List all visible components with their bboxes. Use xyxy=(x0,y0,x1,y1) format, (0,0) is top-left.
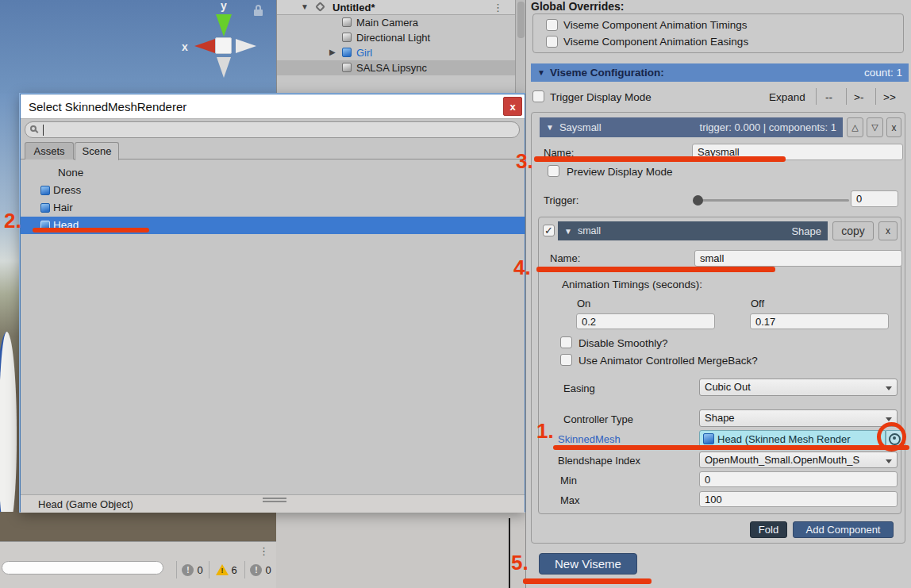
skinnedmesh-value: Head (Skinned Mesh Render xyxy=(717,433,851,445)
viseme-move-down-button[interactable]: ▽ xyxy=(867,117,883,137)
hierarchy-row-salsa-lipsync[interactable]: SALSA Lipsync xyxy=(277,60,515,75)
picker-title-bar[interactable]: Select SkinnedMeshRenderer x xyxy=(21,94,525,119)
hierarchy-item-label[interactable]: Main Camera xyxy=(356,17,418,29)
expand-arrow-icon[interactable]: ▶ xyxy=(329,48,336,56)
gizmo-x-axis-icon[interactable] xyxy=(194,39,215,53)
hierarchy-row-main-camera[interactable]: Main Camera xyxy=(277,15,515,30)
list-item-label: Dress xyxy=(53,184,81,196)
tab-scene[interactable]: Scene xyxy=(75,142,119,160)
trigger-slider-track[interactable] xyxy=(698,199,849,202)
gameobject-icon xyxy=(342,33,352,42)
hierarchy-row-girl[interactable]: ▶ Girl xyxy=(277,45,515,60)
hierarchy-item-label[interactable]: SALSA Lipsync xyxy=(356,62,427,74)
mesh-icon xyxy=(40,203,50,213)
max-field[interactable]: 100 xyxy=(699,491,898,507)
disable-smoothly-checkbox[interactable] xyxy=(560,336,572,348)
tab-assets[interactable]: Assets xyxy=(25,142,74,159)
prefab-icon xyxy=(342,48,352,57)
foldout-arrow-icon[interactable]: ▼ xyxy=(537,68,545,77)
game-view-strip xyxy=(0,512,276,541)
skinned-mesh-icon xyxy=(703,433,714,444)
gizmo-center-cube[interactable] xyxy=(215,37,232,54)
trigger-display-checkbox[interactable] xyxy=(532,90,544,102)
hierarchy-item-label[interactable]: Girl xyxy=(356,47,372,59)
shape-header-bar[interactable]: ▼ small Shape xyxy=(558,221,828,240)
console-warning-toggle[interactable]: ! 6 xyxy=(209,561,244,578)
gizmo-y-axis-icon[interactable] xyxy=(216,14,232,37)
foldout-arrow-icon[interactable]: ▼ xyxy=(301,2,309,11)
easings-checkbox[interactable] xyxy=(546,36,558,48)
off-time-field[interactable]: 0.17 xyxy=(750,313,889,329)
shape-delete-button[interactable]: x xyxy=(878,221,898,240)
collapse-all-button[interactable]: -- xyxy=(825,91,832,103)
on-time-field[interactable]: 0.2 xyxy=(576,313,715,329)
foldout-arrow-icon[interactable]: ▼ xyxy=(546,123,554,132)
min-field[interactable]: 0 xyxy=(699,471,898,487)
picker-search-field[interactable] xyxy=(25,121,520,138)
viseme-meta: trigger: 0.000 | components: 1 xyxy=(700,121,836,133)
game-character-silhouette xyxy=(0,332,17,512)
shape-enabled-checkbox[interactable]: ✓ xyxy=(543,225,555,236)
timings-checkbox-label: Viseme Component Animation Timings xyxy=(563,19,748,31)
mergeback-label: Use Animator Controlled MergeBack? xyxy=(579,355,758,367)
gameobject-icon xyxy=(342,17,352,27)
add-component-button[interactable]: Add Component xyxy=(793,521,894,538)
annotation-1-underline xyxy=(553,445,909,450)
resize-handle[interactable] xyxy=(263,498,286,502)
tab-scene-label: Scene xyxy=(83,145,112,157)
disable-smoothly-label: Disable Smoothly? xyxy=(579,337,668,349)
expand-all-button[interactable]: >> xyxy=(883,91,896,103)
trigger-value-field[interactable]: 0 xyxy=(851,190,898,207)
scene-name[interactable]: Untitled* xyxy=(332,2,375,13)
hierarchy-root-row[interactable]: ▼ Untitled* ⋮ xyxy=(277,0,515,15)
lock-icon[interactable] xyxy=(253,5,263,16)
mergeback-checkbox[interactable] xyxy=(560,354,572,366)
trigger-slider-knob[interactable] xyxy=(693,195,703,206)
shape-copy-button[interactable]: copy xyxy=(832,221,874,240)
gizmo-right-axis-icon[interactable] xyxy=(236,39,256,53)
hierarchy-menu-icon[interactable]: ⋮ xyxy=(493,2,503,13)
hierarchy-scrollbar[interactable] xyxy=(515,0,526,94)
console-menu-icon[interactable]: ⋮ xyxy=(259,545,269,557)
shape-name-label: Name: xyxy=(550,252,580,264)
off-label: Off xyxy=(751,298,764,309)
viseme-trigger-label: Trigger: xyxy=(544,194,579,206)
blendshape-index-dropdown[interactable]: OpenMouth_Small.OpenMouth_S xyxy=(699,452,898,468)
console-message-toggle[interactable]: ! 0 xyxy=(176,561,208,578)
list-item-dress[interactable]: Dress xyxy=(21,182,525,199)
hierarchy-row-directional-light[interactable]: Directional Light xyxy=(277,30,515,45)
search-icon xyxy=(30,125,37,132)
annotation-3-number: 3. xyxy=(516,149,533,174)
picker-status-strip: Head (Game Object) xyxy=(21,494,525,513)
viseme-configuration-title: Viseme Configuration: xyxy=(550,67,664,79)
preview-display-checkbox[interactable] xyxy=(548,165,559,177)
expand-selected-button[interactable]: >- xyxy=(854,91,863,103)
picker-search-row xyxy=(21,119,525,140)
viseme-header-bar[interactable]: ▼ Saysmall trigger: 0.000 | components: … xyxy=(540,117,843,137)
viseme-move-up-button[interactable]: △ xyxy=(847,117,863,137)
annotation-4-number: 4. xyxy=(513,256,531,280)
console-search-input[interactable] xyxy=(2,561,163,575)
new-viseme-button[interactable]: New Viseme xyxy=(539,553,637,575)
tab-assets-label: Assets xyxy=(33,145,64,157)
shape-name-field[interactable]: small xyxy=(694,250,902,267)
timings-checkbox[interactable] xyxy=(546,19,558,31)
global-overrides-group: Viseme Component Animation Timings Visem… xyxy=(532,13,904,53)
controller-type-dropdown[interactable]: Shape xyxy=(699,409,898,427)
scene-view: y x xyxy=(0,0,276,94)
list-item-hair[interactable]: Hair xyxy=(21,199,525,217)
scene-gizmo[interactable]: y x xyxy=(175,0,262,87)
viseme-delete-button[interactable]: x xyxy=(886,117,901,137)
fold-button[interactable]: Fold xyxy=(750,521,787,538)
unity-editor-window: y x ▼ Untitled* ⋮ Main Camera xyxy=(0,0,911,588)
foldout-arrow-icon[interactable]: ▼ xyxy=(564,227,572,236)
hierarchy-item-label[interactable]: Directional Light xyxy=(356,32,430,44)
easing-dropdown[interactable]: Cubic Out xyxy=(699,379,898,396)
viseme-configuration-header[interactable]: ▼ Viseme Configuration: count: 1 xyxy=(531,63,909,82)
list-item-none[interactable]: None xyxy=(21,164,525,182)
console-error-toggle[interactable]: ! 0 xyxy=(244,561,276,578)
panel-divider xyxy=(509,518,510,588)
picker-close-button[interactable]: x xyxy=(503,97,522,116)
expand-button[interactable]: Expand xyxy=(769,91,805,103)
gizmo-down-axis-icon[interactable] xyxy=(217,57,231,78)
